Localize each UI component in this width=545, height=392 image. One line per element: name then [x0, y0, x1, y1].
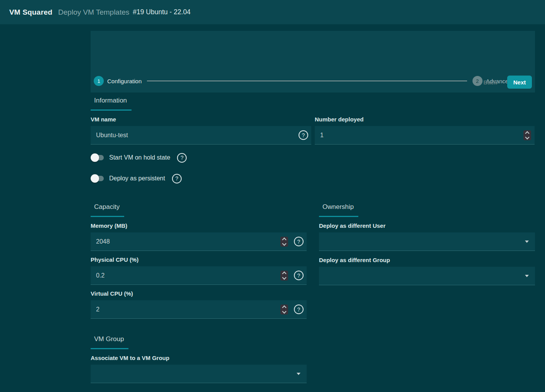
- page-title: Deploy VM Templates: [58, 8, 129, 17]
- dropdown-caret-icon: [525, 241, 529, 243]
- section-information-heading: Information: [91, 97, 132, 111]
- step-1-badge: 1: [94, 76, 104, 86]
- start-on-hold-toggle[interactable]: [91, 153, 104, 162]
- section-capacity-heading: Capacity: [91, 203, 124, 217]
- virtual-cpu-help-icon[interactable]: ?: [294, 305, 304, 314]
- next-button[interactable]: Next: [507, 76, 532, 89]
- physical-cpu-label: Physical CPU (%): [91, 257, 307, 263]
- start-on-hold-label: Start VM on hold state: [109, 154, 170, 161]
- deploy-as-group-select[interactable]: [319, 267, 535, 285]
- vm-name-field: VM name Ubuntu-test ?: [91, 116, 311, 145]
- number-deployed-field: Number deployed 1: [315, 116, 535, 145]
- vm-name-value: Ubuntu-test: [96, 132, 128, 139]
- virtual-cpu-stepper[interactable]: [280, 305, 288, 315]
- vm-name-label: VM name: [91, 116, 311, 123]
- dropdown-caret-icon: [297, 373, 300, 375]
- physical-cpu-stepper[interactable]: [280, 271, 288, 281]
- deploy-persistent-toggle[interactable]: [91, 174, 104, 183]
- back-button[interactable]: Back: [479, 77, 501, 88]
- memory-label: Memory (MB): [91, 223, 307, 229]
- deploy-persistent-help-icon[interactable]: ?: [172, 174, 182, 183]
- vm-group-title: VM Group: [91, 335, 128, 349]
- deploy-as-group-label: Deploy as different Group: [319, 257, 535, 263]
- virtual-cpu-field: Virtual CPU (%) 2 ?: [91, 291, 307, 319]
- virtual-cpu-value: 2: [96, 306, 100, 313]
- associate-vm-group-field: Associate VM to a VM Group: [91, 355, 307, 383]
- deploy-as-user-field: Deploy as different User: [319, 223, 535, 251]
- physical-cpu-value: 0.2: [96, 272, 105, 279]
- vm-name-help-icon[interactable]: ?: [299, 130, 308, 140]
- step-configuration[interactable]: 1 Configuration: [94, 76, 142, 86]
- virtual-cpu-label: Virtual CPU (%): [91, 291, 307, 297]
- template-reference: #19 Ubuntu - 22.04: [133, 8, 191, 16]
- memory-input[interactable]: 2048 ?: [91, 232, 307, 251]
- stepper: 1 Configuration 2 Advanced options: [94, 76, 532, 86]
- app-brand: VM Squared: [9, 8, 52, 17]
- capacity-title: Capacity: [91, 203, 124, 217]
- information-title: Information: [91, 97, 132, 111]
- stepper-down-icon: [282, 241, 286, 246]
- start-on-hold-row: Start VM on hold state ?: [91, 153, 187, 163]
- step-1-label: Configuration: [107, 78, 142, 84]
- associate-vm-group-select[interactable]: [91, 365, 307, 383]
- deploy-as-group-field: Deploy as different Group: [319, 257, 535, 285]
- associate-vm-group-label: Associate VM to a VM Group: [91, 355, 307, 361]
- virtual-cpu-input[interactable]: 2 ?: [91, 300, 307, 319]
- number-deployed-label: Number deployed: [315, 116, 535, 123]
- number-deployed-stepper[interactable]: [523, 130, 531, 140]
- toggle-knob: [91, 153, 99, 162]
- vm-name-input[interactable]: Ubuntu-test ?: [91, 126, 311, 145]
- physical-cpu-input[interactable]: 0.2 ?: [91, 266, 307, 285]
- stepper-card: 1 Configuration 2 Advanced options Back …: [91, 31, 535, 93]
- deploy-persistent-row: Deploy as persistent ?: [91, 173, 182, 183]
- app-header: VM Squared Deploy VM Templates #19 Ubunt…: [0, 0, 545, 24]
- stepper-down-icon: [525, 135, 529, 139]
- section-vm-group-heading: VM Group: [91, 335, 128, 349]
- stepper-actions: Back Next: [479, 76, 532, 89]
- deploy-as-user-select[interactable]: [319, 232, 535, 251]
- memory-stepper[interactable]: [280, 237, 288, 247]
- memory-help-icon[interactable]: ?: [294, 237, 304, 246]
- physical-cpu-help-icon[interactable]: ?: [294, 271, 304, 280]
- deploy-as-user-label: Deploy as different User: [319, 223, 535, 229]
- stepper-down-icon: [282, 309, 286, 313]
- number-deployed-value: 1: [320, 132, 324, 139]
- ownership-title: Ownership: [319, 203, 358, 217]
- physical-cpu-field: Physical CPU (%) 0.2 ?: [91, 257, 307, 285]
- dropdown-caret-icon: [525, 275, 529, 277]
- memory-field: Memory (MB) 2048 ?: [91, 223, 307, 251]
- section-ownership-heading: Ownership: [319, 203, 358, 217]
- start-on-hold-help-icon[interactable]: ?: [177, 153, 187, 163]
- number-deployed-input[interactable]: 1: [315, 126, 535, 145]
- stepper-down-icon: [282, 275, 286, 279]
- stepper-connector-line: [147, 81, 467, 81]
- toggle-knob: [91, 174, 99, 183]
- memory-value: 2048: [96, 238, 110, 245]
- deploy-persistent-label: Deploy as persistent: [109, 175, 165, 182]
